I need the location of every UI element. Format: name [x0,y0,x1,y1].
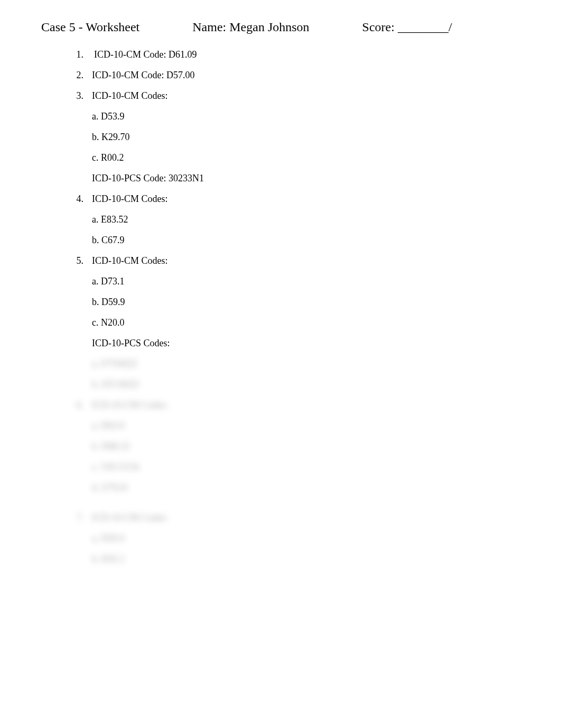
score-label: Score: [362,20,395,34]
code-value: D57.00 [166,70,195,80]
question-1: 1. ICD-10-CM Code: D61.09 [69,49,529,60]
code-label: ICD-10-CM Code: [92,70,164,80]
question-body: ICD-10-CM Codes: a. D63.0 b. D68.32 c. T… [92,400,529,503]
header-row: Case 5 - Worksheet Name: Megan Johnson S… [41,20,529,34]
sub-label: c. [92,317,99,328]
question-number: 5. [69,255,83,349]
code-label: ICD-10-CM Codes: [92,512,529,523]
question-body: ICD-10-CM Codes: a. D73.1 b. D59.9 c. N2… [92,255,529,349]
sub-label: b. [92,132,99,142]
score-suffix: / [448,20,452,34]
code-value: D61.09 [169,49,197,60]
blurred-question-7: 7. ICD-10-CM Codes: a. D50.0 b. K92.1 [69,512,529,574]
sub-value: K29.70 [101,132,130,142]
sub-answer-a: a. E83.52 [92,214,529,225]
sub-answer-c: c. R00.2 [92,152,529,163]
score-blank: ________ [398,20,448,34]
blurred-preview: a. 07T00ZZ b. 0TC00ZZ 6. ICD-10-CM Codes… [69,358,529,574]
pcs-code-line: ICD-10-PCS Codes: [92,338,529,349]
sub-value: C67.9 [101,235,125,245]
question-2: 2. ICD-10-CM Code: D57.00 [69,70,529,81]
blurred-line: a. 07T00ZZ [92,358,529,370]
blurred-line: a. D50.0 [92,533,529,544]
sub-label: c. [92,152,99,163]
code-label: ICD-10-CM Codes: [92,90,168,101]
sub-label: b. [92,297,99,307]
sub-answer-a: a. D53.9 [92,111,529,122]
blurred-line: b. D68.32 [92,441,529,452]
question-4: 4. ICD-10-CM Codes: a. E83.52 b. C67.9 [69,193,529,246]
question-body: ICD-10-CM Codes: a. D50.0 b. K92.1 [92,512,529,574]
code-label: ICD-10-CM Codes: [92,255,168,266]
sub-answer-a: a. D73.1 [92,276,529,287]
question-number: 4. [69,193,83,246]
question-number: 3. [69,90,83,184]
blurred-line: c. T45.515A [92,462,529,473]
pcs-code-label: ICD-10-PCS Code: [92,173,166,183]
question-body: ICD-10-CM Code: D61.09 [94,49,529,60]
question-body: ICD-10-CM Codes: a. E83.52 b. C67.9 [92,193,529,246]
blurred-line: b. 0TC00ZZ [92,379,529,390]
sub-value: N20.0 [101,317,125,328]
sub-value: D59.9 [101,297,125,307]
student-name: Name: Megan Johnson [192,20,309,34]
question-3: 3. ICD-10-CM Codes: a. D53.9 b. K29.70 c… [69,90,529,184]
question-number: 1. [69,49,83,60]
sub-label: a. [92,111,99,122]
pcs-code-line: ICD-10-PCS Code: 30233N1 [92,173,529,184]
blurred-question-6: 6. ICD-10-CM Codes: a. D63.0 b. D68.32 c… [69,400,529,503]
code-label: ICD-10-CM Codes: [92,400,529,411]
name-value: Megan Johnson [229,20,309,34]
worksheet-title: Case 5 - Worksheet [41,20,139,34]
code-label: ICD-10-CM Codes: [92,193,168,204]
question-number: 2. [69,70,83,81]
blurred-line: b. K92.1 [92,554,529,565]
question-number: 7. [69,512,83,574]
blurred-line: d. Z79.01 [92,482,529,493]
sub-answer-b: b. K29.70 [92,132,529,143]
sub-answer-c: c. N20.0 [92,317,529,328]
name-label: Name: [192,20,226,34]
sub-value: E83.52 [101,214,128,225]
question-body: ICD-10-CM Code: D57.00 [92,70,529,81]
sub-value: D53.9 [101,111,125,122]
worksheet-content: 1. ICD-10-CM Code: D61.09 2. ICD-10-CM C… [69,49,529,574]
pcs-code-label: ICD-10-PCS Codes: [92,338,170,348]
blurred-line: a. D63.0 [92,420,529,431]
question-body: ICD-10-CM Codes: a. D53.9 b. K29.70 c. R… [92,90,529,184]
pcs-code-value: 30233N1 [169,173,204,183]
code-label: ICD-10-CM Code: [94,49,166,60]
sub-answer-b: b. D59.9 [92,297,529,308]
question-number: 6. [69,400,83,503]
sub-label: a. [92,214,99,225]
sub-label: b. [92,235,99,245]
sub-answer-b: b. C67.9 [92,235,529,246]
sub-value: R00.2 [101,152,124,163]
score-field: Score: ________/ [362,20,452,34]
sub-label: a. [92,276,99,287]
question-5: 5. ICD-10-CM Codes: a. D73.1 b. D59.9 c.… [69,255,529,349]
sub-value: D73.1 [101,276,125,287]
